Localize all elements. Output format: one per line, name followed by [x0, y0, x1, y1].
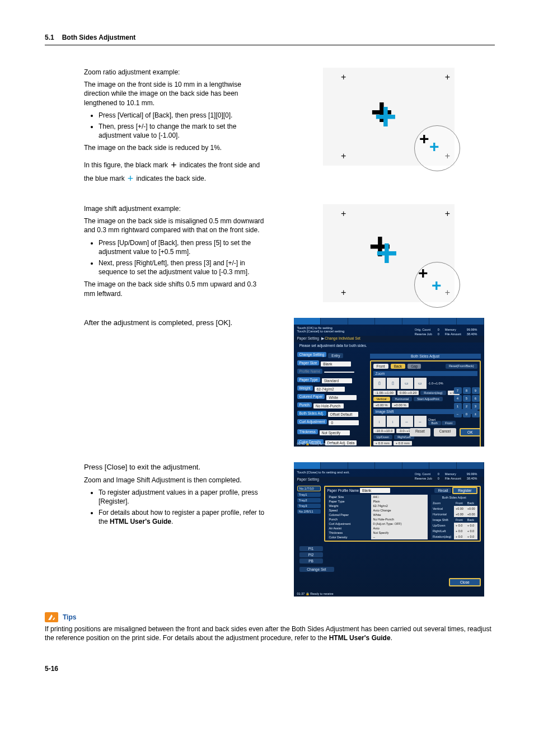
shift-ud-icon: ↕ [373, 416, 386, 427]
both-sides-adj-button[interactable]: Both Sides Adj. [297, 411, 326, 416]
html-users-guide-ref: HTML User's Guide [329, 634, 391, 642]
clock-value: 01:37 [297, 592, 305, 595]
tray-item[interactable]: Tray1 [297, 492, 321, 497]
shift-range-value: -10.0-+10.0 [373, 429, 395, 433]
back-mark-icon: + [432, 277, 442, 294]
keypad-key[interactable]: 6 [472, 395, 480, 402]
corner-mark-icon: + [341, 209, 346, 219]
tray-item[interactable]: Tray2 [297, 498, 321, 503]
text-frag: indicates the back side. [136, 175, 206, 182]
zoom-detail-circle: + + [414, 125, 460, 171]
pb-button[interactable]: PB [299, 558, 323, 564]
punch-value: No Hole-Punch [313, 403, 344, 408]
zoom-heading: Zoom ratio adjustment example: [84, 68, 266, 77]
colored-paper-button[interactable]: Colored Paper [297, 394, 325, 399]
back-mark-icon: + [429, 138, 439, 155]
cancel-button[interactable]: Cancel [434, 428, 456, 436]
entry-tab[interactable]: Entry [328, 353, 343, 358]
top-tab-bar[interactable] [294, 462, 484, 469]
plus-blue-icon: + [127, 172, 134, 185]
tab-gap[interactable]: Gap [407, 364, 421, 369]
close-p1: Zoom and Image Shift Adjustment is then … [84, 476, 266, 485]
paper-type-value: Standard [322, 378, 352, 383]
status-text: Ready to receive [310, 592, 333, 595]
corner-mark-icon: + [445, 209, 450, 219]
zoom-vert-icon: ▯ [387, 378, 399, 389]
close-bullet-2: For details about how to register a pape… [99, 508, 266, 526]
paper-setting-screen: Touch [Close] to fix setting and exit. O… [294, 462, 484, 597]
keypad-key[interactable]: 0 [463, 411, 471, 417]
tab-back[interactable]: Back [391, 364, 405, 369]
ok-button[interactable]: OK [460, 428, 480, 436]
keypad-key[interactable]: ± [472, 411, 480, 417]
both-sides-table: Both Sides Adjust ZoomFrontBack Vertical… [431, 495, 477, 539]
shift-detail-circle: + + [414, 262, 460, 308]
tips-icon [45, 612, 58, 622]
text-frag: In this figure, the black mark [84, 161, 170, 169]
pi1-button[interactable]: PI1 [299, 546, 323, 551]
keypad-key[interactable]: 9 [472, 387, 480, 394]
keypad-key[interactable]: 4 [454, 395, 462, 402]
shift-bullet-1: Press [Up/Down] of [Back], then press [5… [99, 238, 266, 256]
page-header: 5.1 Both Sides Adjustment [45, 34, 495, 45]
html-users-guide-ref: HTML User's Guide [110, 518, 171, 525]
keypad-key[interactable]: 8 [463, 387, 471, 394]
corner-mark-icon: + [341, 288, 346, 298]
tray-list: No.1/7/10 Tray1 Tray2 Tray3 No.2/8/11 [297, 486, 321, 542]
change-set-button[interactable]: Change Set [299, 567, 334, 572]
back-mark-icon: + [374, 97, 397, 135]
tab-front[interactable]: Front [373, 364, 388, 369]
horizontal-button[interactable]: Horizontal [392, 397, 413, 401]
keypad-key[interactable]: 3 [472, 403, 480, 410]
tray-item[interactable]: Tray3 [297, 504, 321, 508]
zoom-p1: The image on the front side is 10 mm in … [84, 80, 266, 107]
top-tab-bar[interactable] [294, 318, 484, 325]
section-number: 5.1 [45, 34, 54, 41]
register-button[interactable]: Register [452, 487, 477, 494]
reset-front-back-button[interactable]: Reset(Front/Back) [446, 364, 477, 369]
paper-size-button[interactable]: Paper Size [297, 360, 320, 365]
prompt-text: Please set adjustment data for both side… [294, 342, 484, 349]
pi2-button[interactable]: PI2 [299, 552, 323, 557]
zoom-p2: The image on the back side is reduced by… [84, 143, 266, 152]
zoom-vert-icon: ▯ [373, 378, 386, 389]
vertical-button[interactable]: Vertical [373, 397, 390, 401]
keypad-key[interactable]: 1 [454, 403, 462, 410]
close-button[interactable]: Close [449, 578, 481, 586]
profile-table: Paper SizeA4□ Paper TypePlain Weight62-7… [327, 495, 428, 539]
corner-mark-icon: + [445, 72, 450, 82]
plus-black-icon: + [170, 158, 177, 172]
tips-body: If printing positions are misaligned bet… [45, 624, 495, 642]
corner-mark-icon: + [341, 72, 346, 82]
keypad-key[interactable]: − [454, 411, 462, 417]
shift-bullet-2: Next, press [Right/Left], then press [3]… [99, 259, 266, 276]
shift-ud-icon: ↕ [387, 416, 399, 427]
keypad-key[interactable]: 5 [463, 395, 471, 402]
change-setting-tab[interactable]: Change Setting [297, 352, 327, 357]
zoom-value: -1.00~+1.00 [373, 391, 396, 395]
updown-button[interactable]: Up/Down [373, 435, 393, 439]
start-adjust-print-button[interactable]: Start AdjustPrint [414, 397, 442, 401]
rotation-button[interactable]: Rotation(deg) [420, 391, 446, 395]
tray-item[interactable]: No.2/8/11 [297, 509, 321, 514]
paper-type-button[interactable]: Paper Type [297, 377, 320, 382]
chart-both-button[interactable]: Both [428, 421, 441, 425]
zoom-bullet-1: Press [Vertical] of [Back], then press [… [99, 111, 266, 120]
reset-button[interactable]: Reset [410, 428, 430, 436]
punch-button[interactable]: Punch [297, 402, 312, 407]
numeric-keypad[interactable]: 7 8 9 4 5 6 1 2 3 − 0 ± [454, 387, 480, 417]
curl-adjustment-button[interactable]: Curl Adjustment [297, 419, 327, 424]
chart-front-button[interactable]: Front [442, 421, 456, 425]
thickness-button[interactable]: Thickness [297, 429, 318, 434]
section-title: Both Sides Adjustment [62, 34, 136, 41]
keypad-key[interactable]: 7 [454, 387, 462, 394]
recall-button[interactable]: Recall [434, 488, 451, 493]
both-sides-adj-value: Offset Default [328, 412, 358, 417]
breadcrumb: Paper Setting [297, 477, 319, 481]
profile-name-label: Paper Profile Name [327, 489, 359, 492]
close-heading: Press [Close] to exit the adjustment. [84, 462, 266, 472]
keypad-key[interactable]: 2 [463, 403, 471, 410]
weight-button[interactable]: Weight [297, 386, 313, 391]
tray-item[interactable]: No.1/7/10 [297, 486, 321, 491]
both-sides-adjust-header: Both Sides Adjust [370, 354, 481, 359]
